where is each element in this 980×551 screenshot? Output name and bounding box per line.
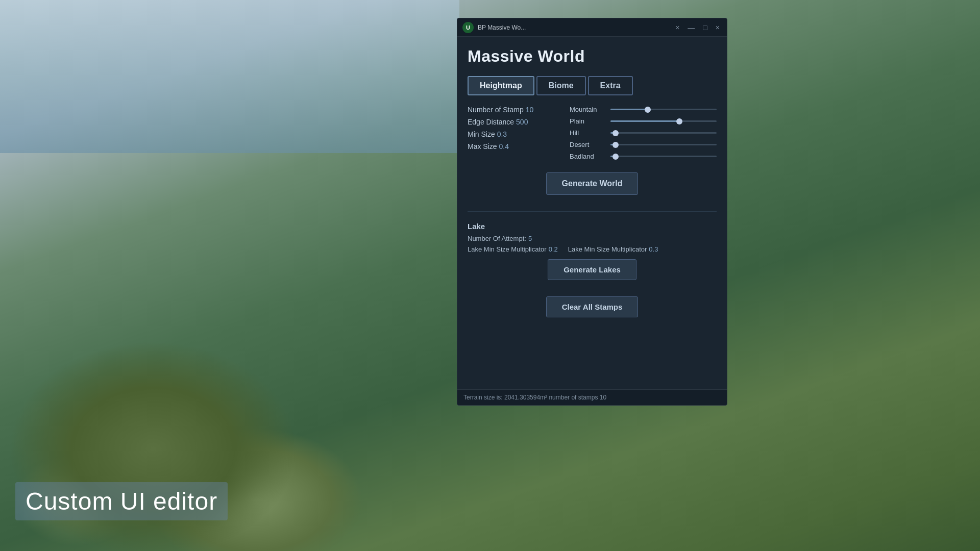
param-row-minsize: Min Size 0.3 — [468, 130, 559, 138]
tab-biome[interactable]: Biome — [536, 76, 586, 95]
ue-logo: U — [462, 22, 474, 33]
lake-multi2-row: Lake Min Size Multiplicator 0.3 — [568, 245, 658, 253]
generate-lakes-button[interactable]: Generate Lakes — [548, 259, 636, 280]
clear-all-stamps-button[interactable]: Clear All Stamps — [546, 296, 639, 317]
maximize-btn[interactable]: □ — [701, 23, 709, 32]
lake-multi2-value: 0.3 — [649, 245, 658, 253]
tabs: Heightmap Biome Extra — [468, 76, 717, 95]
desert-track[interactable] — [610, 144, 717, 145]
mountain-fill — [610, 109, 648, 110]
window-body: Massive World Heightmap Biome Extra Numb… — [457, 37, 727, 389]
lake-section: Lake Number Of Attempt: 5 Lake Min Size … — [468, 222, 717, 280]
sliders-right: Mountain Plain — [570, 106, 717, 160]
lake-multi1-value: 0.2 — [549, 245, 558, 253]
tab-title: BP Massive Wo... — [478, 24, 669, 31]
lake-attempt-row: Number Of Attempt: 5 — [468, 235, 717, 242]
lake-multi1-row: Lake Min Size Multiplicator 0.2 — [468, 245, 558, 253]
slider-row-plain: Plain — [570, 117, 717, 125]
param-row-maxsize: Max Size 0.4 — [468, 142, 559, 151]
plain-fill — [610, 120, 679, 122]
badland-track[interactable] — [610, 156, 717, 157]
plain-track[interactable] — [610, 120, 717, 122]
top-section: Number of Stamp 10 Edge Distance 500 Min… — [468, 106, 717, 160]
lake-multi-row: Lake Min Size Multiplicator 0.2 Lake Min… — [468, 245, 717, 253]
badland-thumb — [612, 154, 619, 160]
status-bar: Terrain size is: 2041.303594m² number of… — [457, 389, 727, 405]
slider-row-hill: Hill — [570, 129, 717, 137]
window-titlebar: U BP Massive Wo... × — □ × — [457, 18, 727, 37]
mountain-thumb — [645, 107, 651, 113]
content-area: Number of Stamp 10 Edge Distance 500 Min… — [468, 106, 717, 379]
max-size-label: Max Size — [468, 142, 497, 151]
plain-thumb — [676, 118, 682, 124]
number-of-stamp-label: Number of Stamp — [468, 106, 524, 114]
lake-multi1-label: Lake Min Size Multiplicator — [468, 245, 547, 253]
slider-row-mountain: Mountain — [570, 106, 717, 113]
lake-section-title: Lake — [468, 222, 717, 231]
hill-label: Hill — [570, 129, 605, 137]
min-size-value: 0.3 — [497, 130, 507, 138]
water-background — [0, 0, 459, 153]
edge-distance-label: Edge Distance — [468, 118, 514, 126]
mountain-track[interactable] — [610, 109, 717, 110]
mountain-label: Mountain — [570, 106, 605, 113]
window-controls: — □ × — [685, 23, 722, 32]
close-btn[interactable]: × — [714, 23, 722, 32]
plain-label: Plain — [570, 117, 605, 125]
minimize-btn[interactable]: — — [685, 23, 697, 32]
tab-heightmap[interactable]: Heightmap — [468, 76, 534, 95]
lake-attempt-value: 5 — [528, 235, 532, 242]
custom-ui-label: Custom UI editor — [15, 482, 228, 520]
edge-distance-value: 500 — [516, 118, 528, 126]
lake-params: Number Of Attempt: 5 Lake Min Size Multi… — [468, 235, 717, 253]
param-row-edge: Edge Distance 500 — [468, 118, 559, 126]
badland-label: Badland — [570, 153, 605, 160]
main-window: U BP Massive Wo... × — □ × Massive World… — [457, 18, 727, 406]
lake-attempt-label: Number Of Attempt: — [468, 235, 526, 242]
tab-extra[interactable]: Extra — [588, 76, 633, 95]
min-size-label: Min Size — [468, 130, 495, 138]
generate-world-button[interactable]: Generate World — [546, 172, 639, 195]
desert-label: Desert — [570, 141, 605, 148]
lake-multi2-label: Lake Min Size Multiplicator — [568, 245, 647, 253]
desert-thumb — [612, 142, 619, 148]
tab-close-btn[interactable]: × — [673, 23, 681, 32]
max-size-value: 0.4 — [499, 142, 509, 151]
hill-track[interactable] — [610, 132, 717, 134]
divider-1 — [468, 211, 717, 212]
params-left: Number of Stamp 10 Edge Distance 500 Min… — [468, 106, 559, 160]
hill-thumb — [612, 130, 619, 136]
slider-row-desert: Desert — [570, 141, 717, 148]
param-row-stamps: Number of Stamp 10 — [468, 106, 559, 114]
number-of-stamp-value: 10 — [526, 106, 534, 114]
slider-row-badland: Badland — [570, 153, 717, 160]
window-title: Massive World — [468, 47, 717, 66]
